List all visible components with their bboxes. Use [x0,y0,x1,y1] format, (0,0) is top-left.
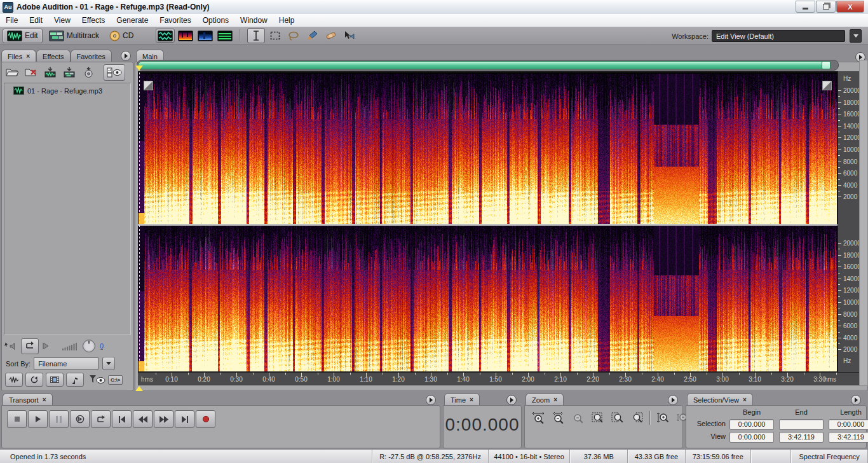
go-to-end-button[interactable] [175,410,194,428]
go-to-beginning-button[interactable] [112,410,132,428]
rewind-button[interactable] [133,410,153,428]
preview-play-icon[interactable] [43,342,49,350]
view-spectral-pan-button[interactable] [196,29,214,42]
tab-zoom[interactable]: Zoom × [526,393,564,406]
scrollbar-thumb-cap[interactable] [822,61,831,69]
playhead-bottom-marker[interactable] [135,386,143,391]
zoom-to-selection-left-button[interactable] [610,411,625,425]
tab-close-icon[interactable]: × [26,53,30,60]
play-looped-button[interactable] [91,410,111,428]
stop-button[interactable] [7,410,27,428]
scrub-tool[interactable] [341,29,357,43]
selection-end-field[interactable] [779,419,824,430]
tab-favorites[interactable]: Favorites [71,50,112,62]
import-audio-button[interactable] [43,66,58,78]
loop-playback-button[interactable] [21,338,39,354]
edit-view-button[interactable]: Edit [3,29,43,43]
frequency-ruler[interactable]: Hz Hz 2000018000160001400012000100008000… [837,71,860,372]
tab-selection-view[interactable]: Selection/View × [687,393,753,406]
play-button[interactable] [28,410,48,428]
play-from-cursor-button[interactable] [70,410,90,428]
spectral-display[interactable] [138,71,837,373]
import-cd-button[interactable] [81,66,96,78]
vertical-scrollbar[interactable] [859,60,868,386]
sort-by-dropdown[interactable]: Filename [34,357,98,370]
playhead-line[interactable] [139,73,140,371]
spectrogram-left-channel[interactable] [139,74,837,224]
zoom-to-selection-right-button[interactable] [630,411,645,425]
tab-close-icon[interactable]: × [553,396,557,403]
tab-time[interactable]: Time × [444,393,480,406]
view-begin-field[interactable]: 0:00.000 [729,432,774,443]
zoom-out-full-button[interactable] [571,411,586,425]
playhead-top-marker[interactable] [135,66,143,71]
selection-panel-menu-button[interactable] [851,395,861,405]
corner-handle-left[interactable] [144,81,153,90]
import-file-button[interactable] [4,66,20,78]
volume-value-link[interactable]: 0 [100,342,104,350]
show-video-files-button[interactable] [46,373,64,387]
filter-view-icon[interactable] [89,375,105,385]
fast-forward-button[interactable] [154,410,173,428]
marquee-selection-tool[interactable] [267,29,283,43]
time-panel-menu-button[interactable] [506,395,517,405]
selection-length-field[interactable]: 0:00.000 [829,419,868,430]
workspace-dropdown[interactable]: Edit View (Default) [712,30,845,42]
zoom-in-vertical-button[interactable] [655,411,670,425]
sort-dropdown-button[interactable] [102,357,115,370]
horizontal-zoom-scrollbar[interactable] [137,60,839,71]
minimize-button[interactable] [796,1,815,13]
zoom-out-horizontal-button[interactable] [551,411,566,425]
tab-close-icon[interactable]: × [743,396,747,403]
show-loop-files-button[interactable] [25,373,43,387]
tab-effects[interactable]: Effects [36,50,70,62]
lasso-selection-tool[interactable] [285,29,302,43]
spot-healing-tool[interactable] [322,29,339,43]
close-file-button[interactable] [24,66,39,78]
tab-files[interactable]: Files× [1,50,36,62]
menu-edit[interactable]: Edit [24,15,48,26]
menu-help[interactable]: Help [273,15,301,26]
list-item-file[interactable]: 01 - Rage - Refuge.mp3 [4,83,130,95]
autoplay-icon[interactable] [4,342,17,351]
scrollbar-thumb[interactable] [138,61,831,69]
zoom-panel-menu-button[interactable] [668,395,678,405]
show-audio-files-button[interactable] [5,373,23,387]
restore-button[interactable] [816,1,836,13]
menu-generate[interactable]: Generate [111,15,154,26]
menu-favorites[interactable]: Favorites [154,15,196,26]
files-panel-menu-button[interactable] [121,51,131,61]
pause-button[interactable] [49,410,69,428]
view-waveform-button[interactable] [156,29,175,43]
cd-view-button[interactable]: CD [105,29,137,43]
time-ruler[interactable]: hms hms 0:100:200:300:400:501:001:101:20… [138,372,859,385]
close-button[interactable]: X [836,1,864,13]
workspace-dropdown-button[interactable] [850,29,862,43]
menu-effects[interactable]: Effects [76,15,111,26]
view-spectral-frequency-button[interactable] [177,29,194,42]
volume-bars-icon[interactable] [62,342,78,350]
record-button[interactable] [196,410,215,428]
zoom-in-horizontal-button[interactable] [531,411,546,425]
time-display[interactable]: 0:00.000 [444,415,521,435]
import-session-button[interactable] [62,66,77,78]
volume-knob[interactable] [82,339,96,353]
view-end-field[interactable]: 3:42.119 [779,432,824,443]
view-spectral-phase-button[interactable] [216,29,234,42]
zoom-to-selection-button[interactable] [590,411,606,425]
menu-options[interactable]: Options [197,15,234,26]
tab-close-icon[interactable]: × [470,396,473,403]
time-selection-tool[interactable] [247,28,265,43]
menu-view[interactable]: View [48,15,76,26]
show-options-toggle[interactable] [104,64,125,81]
corner-handle-right[interactable] [822,81,832,90]
spectrogram-right-channel[interactable] [139,226,837,371]
show-midi-files-button[interactable] [66,373,84,387]
transport-panel-menu-button[interactable] [426,395,436,405]
tab-close-icon[interactable]: × [43,396,46,403]
file-list[interactable]: 01 - Rage - Refuge.mp3 [4,83,131,335]
selection-begin-field[interactable]: 0:00.000 [729,419,774,430]
multitrack-view-button[interactable]: Multitrack [45,29,103,43]
menu-window[interactable]: Window [234,15,273,26]
view-length-field[interactable]: 3:42.119 [829,432,868,443]
